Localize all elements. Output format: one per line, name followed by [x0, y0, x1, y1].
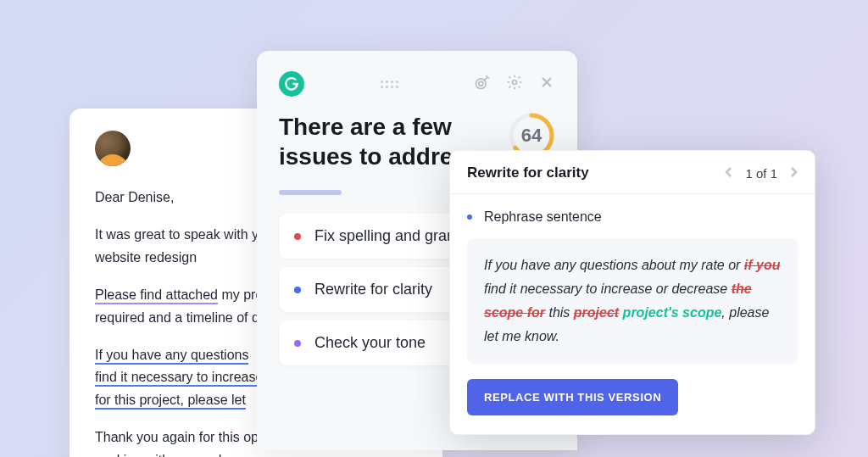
avatar: [95, 131, 131, 166]
suggestion-label: Rewrite for clarity: [314, 281, 432, 298]
strikethrough-text: project: [574, 305, 619, 320]
bullet-label: Rephrase sentence: [484, 209, 602, 225]
inserted-text: project's scope: [623, 305, 722, 320]
chevron-left-icon[interactable]: [725, 166, 733, 181]
dot-icon: [294, 233, 301, 240]
highlighted-text: If you have any questions: [95, 348, 248, 365]
rewrite-preview: If you have any questions about my rate …: [467, 238, 798, 364]
grammarly-logo-icon: [279, 71, 304, 97]
dot-icon: [294, 340, 301, 347]
dot-icon: [294, 287, 301, 293]
highlighted-text: for this project, please let: [95, 393, 246, 410]
highlighted-text: find it necessary to increase: [95, 370, 263, 387]
replace-button[interactable]: REPLACE WITH THIS VERSION: [467, 379, 678, 415]
svg-point-2: [513, 81, 517, 85]
progress-bar: [279, 190, 342, 195]
svg-point-1: [479, 81, 483, 86]
gear-icon[interactable]: [506, 74, 523, 94]
close-icon[interactable]: [538, 74, 555, 94]
panel-header: [279, 71, 555, 97]
drag-handle-icon[interactable]: [381, 81, 398, 88]
popover-header: Rewrite for clarity 1 of 1: [450, 151, 815, 194]
goals-icon[interactable]: [474, 74, 491, 94]
pager: 1 of 1: [725, 166, 798, 181]
highlighted-text: Please find attached: [95, 287, 218, 304]
popover-bullet: Rephrase sentence: [467, 209, 798, 225]
suggestion-label: Check your tone: [314, 334, 426, 352]
pager-count: 1 of 1: [745, 166, 777, 181]
clarity-popover: Rewrite for clarity 1 of 1 Rephrase sent…: [449, 150, 815, 435]
chevron-right-icon[interactable]: [789, 166, 798, 181]
popover-title: Rewrite for clarity: [467, 164, 589, 181]
strikethrough-text: if you: [744, 258, 781, 272]
bullet-icon: [467, 215, 472, 220]
